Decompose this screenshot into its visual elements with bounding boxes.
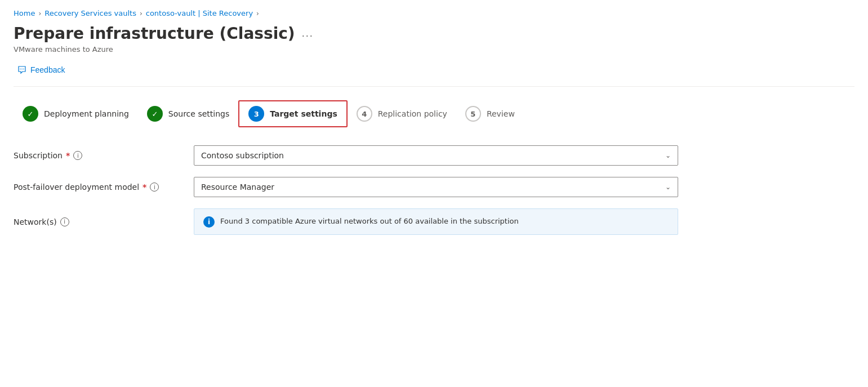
toolbar-divider bbox=[14, 86, 854, 87]
subscription-chevron: ⌄ bbox=[665, 152, 671, 159]
step-5-label: Review bbox=[487, 109, 515, 118]
svg-point-1 bbox=[21, 69, 23, 70]
networks-control: i Found 3 compatible Azure virtual netwo… bbox=[194, 208, 678, 235]
subscription-row: Subscription * i Contoso subscription ⌄ bbox=[14, 145, 746, 166]
step-source-settings[interactable]: ✓ Source settings bbox=[138, 101, 238, 126]
step-2-label: Source settings bbox=[168, 109, 229, 118]
step-deployment-planning[interactable]: ✓ Deployment planning bbox=[14, 101, 138, 126]
networks-row: Network(s) i i Found 3 compatible Azure … bbox=[14, 208, 746, 235]
step-1-label: Deployment planning bbox=[44, 109, 129, 118]
subscription-value: Contoso subscription bbox=[201, 151, 284, 160]
subscription-dropdown[interactable]: Contoso subscription ⌄ bbox=[194, 145, 678, 166]
wizard-steps: ✓ Deployment planning ✓ Source settings … bbox=[14, 100, 854, 127]
breadcrumb-sep-3: › bbox=[256, 10, 259, 17]
step-4-label: Replication policy bbox=[378, 109, 447, 118]
deployment-model-info-icon[interactable]: i bbox=[150, 183, 159, 192]
breadcrumb-home[interactable]: Home bbox=[14, 9, 35, 17]
step-review[interactable]: 5 Review bbox=[456, 101, 524, 126]
form-section: Subscription * i Contoso subscription ⌄ … bbox=[14, 145, 746, 235]
feedback-button[interactable]: Feedback bbox=[14, 63, 68, 77]
feedback-label: Feedback bbox=[30, 65, 65, 74]
step-2-circle: ✓ bbox=[147, 106, 163, 122]
deployment-model-chevron: ⌄ bbox=[665, 183, 671, 191]
page-container: Home › Recovery Services vaults › contos… bbox=[0, 0, 868, 387]
deployment-model-value: Resource Manager bbox=[201, 183, 274, 192]
deployment-model-required: * bbox=[143, 183, 146, 192]
step-3-circle: 3 bbox=[248, 106, 264, 122]
deployment-model-control: Resource Manager ⌄ bbox=[194, 177, 678, 197]
deployment-model-dropdown[interactable]: Resource Manager ⌄ bbox=[194, 177, 678, 197]
toolbar: Feedback bbox=[14, 63, 854, 77]
page-title-row: Prepare infrastructure (Classic) ... bbox=[14, 24, 854, 43]
networks-label-text: Network(s) bbox=[14, 217, 57, 226]
step-4-circle: 4 bbox=[357, 106, 372, 122]
subscription-required: * bbox=[66, 151, 70, 160]
breadcrumb-contoso-vault[interactable]: contoso-vault | Site Recovery bbox=[146, 9, 253, 17]
subscription-control: Contoso subscription ⌄ bbox=[194, 145, 678, 166]
breadcrumb-sep-1: › bbox=[38, 10, 41, 17]
networks-info-box-icon: i bbox=[203, 216, 215, 228]
feedback-icon bbox=[17, 65, 27, 75]
breadcrumb-recovery-vaults[interactable]: Recovery Services vaults bbox=[44, 9, 136, 17]
deployment-model-label-text: Post-failover deployment model bbox=[14, 183, 139, 192]
subscription-label-text: Subscription bbox=[14, 151, 63, 160]
ellipsis-button[interactable]: ... bbox=[302, 28, 314, 39]
step-replication-policy[interactable]: 4 Replication policy bbox=[348, 101, 456, 126]
step-1-circle: ✓ bbox=[23, 106, 38, 122]
deployment-model-row: Post-failover deployment model * i Resou… bbox=[14, 177, 746, 197]
svg-point-0 bbox=[20, 69, 21, 70]
page-title: Prepare infrastructure (Classic) bbox=[14, 24, 295, 43]
networks-info-box: i Found 3 compatible Azure virtual netwo… bbox=[194, 208, 678, 235]
page-subtitle: VMware machines to Azure bbox=[14, 45, 854, 54]
subscription-info-icon[interactable]: i bbox=[73, 151, 82, 160]
networks-label: Network(s) i bbox=[14, 217, 194, 226]
step-target-settings[interactable]: 3 Target settings bbox=[238, 100, 348, 127]
step-5-circle: 5 bbox=[465, 106, 481, 122]
deployment-model-label: Post-failover deployment model * i bbox=[14, 183, 194, 192]
step-3-label: Target settings bbox=[270, 109, 337, 118]
networks-info-message: Found 3 compatible Azure virtual network… bbox=[220, 216, 519, 227]
breadcrumb: Home › Recovery Services vaults › contos… bbox=[14, 9, 854, 17]
breadcrumb-sep-2: › bbox=[140, 10, 143, 17]
subscription-label: Subscription * i bbox=[14, 151, 194, 160]
networks-info-icon[interactable]: i bbox=[60, 217, 69, 226]
svg-point-2 bbox=[23, 69, 24, 70]
